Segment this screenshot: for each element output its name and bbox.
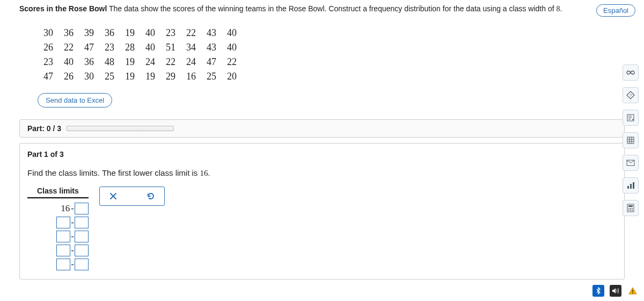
- language-button[interactable]: Español: [596, 4, 635, 17]
- data-cell: 43: [202, 26, 221, 40]
- svg-text:?: ?: [630, 93, 632, 98]
- answer-controls: [99, 187, 165, 206]
- problem-body-a: The data show the scores of the winning …: [107, 4, 556, 13]
- row5-upper-input[interactable]: [75, 259, 89, 270]
- class-limit-row-1: 16 -: [27, 203, 89, 214]
- list-check-icon[interactable]: [623, 110, 639, 126]
- class-limit-row-4: -: [27, 245, 89, 256]
- dash-icon: -: [71, 217, 74, 228]
- data-cell: 29: [161, 70, 180, 83]
- hint-icon[interactable]: ?: [623, 87, 639, 103]
- alert-icon[interactable]: [627, 285, 639, 297]
- part-number-label: Part 1 of 3: [27, 150, 617, 159]
- data-cell: 34: [181, 41, 201, 54]
- svg-rect-5: [630, 184, 632, 189]
- undo-icon: [146, 191, 156, 201]
- svg-point-9: [628, 208, 630, 209]
- reset-button[interactable]: [143, 189, 159, 203]
- data-cell: 40: [59, 55, 78, 69]
- data-cell: 22: [59, 41, 78, 54]
- class-limit-row-3: -: [27, 231, 89, 242]
- class-limits-header: Class limits: [27, 187, 89, 198]
- problem-statement: Scores in the Rose Bowl The data show th…: [19, 3, 586, 15]
- progress-bar: [67, 126, 174, 131]
- dash-icon: -: [71, 203, 74, 214]
- data-cell: 47: [79, 41, 99, 54]
- dash-icon: -: [71, 245, 74, 256]
- infinity-icon[interactable]: [623, 64, 639, 81]
- clear-button[interactable]: [105, 189, 121, 203]
- svg-rect-2: [627, 137, 634, 144]
- data-cell: 22: [181, 26, 201, 40]
- data-cell: 23: [161, 26, 180, 40]
- row1-lower-fixed: 16: [61, 203, 70, 214]
- send-to-excel-button[interactable]: Send data to Excel: [38, 93, 112, 108]
- data-cell: 40: [222, 41, 241, 54]
- data-cell: 23: [39, 55, 58, 69]
- data-cell: 51: [161, 41, 180, 54]
- problem-body-b: .: [560, 4, 562, 13]
- data-cell: 47: [39, 70, 58, 83]
- row3-lower-input[interactable]: [56, 231, 70, 242]
- data-cell: 36: [79, 55, 99, 69]
- part-label: Part:: [27, 124, 45, 133]
- data-cell: 26: [39, 41, 58, 54]
- data-cell: 22: [222, 55, 241, 69]
- data-cell: 23: [100, 41, 119, 54]
- data-cell: 28: [120, 41, 140, 54]
- data-cell: 43: [202, 41, 221, 54]
- instruction-a: Find the class limits. The first lower c…: [27, 168, 200, 177]
- sound-icon[interactable]: [610, 285, 621, 297]
- data-cell: 25: [100, 70, 119, 83]
- row2-lower-input[interactable]: [56, 217, 70, 228]
- first-lower-value: 16: [200, 169, 208, 177]
- data-cell: 36: [59, 26, 78, 40]
- dash-icon: -: [71, 259, 74, 270]
- svg-rect-8: [628, 205, 633, 207]
- calculator-icon[interactable]: [623, 200, 639, 216]
- svg-rect-15: [632, 290, 633, 292]
- row3-upper-input[interactable]: [75, 231, 89, 242]
- row5-lower-input[interactable]: [56, 259, 70, 270]
- part-body: Part 1 of 3 Find the class limits. The f…: [19, 143, 625, 280]
- grid-icon[interactable]: [623, 132, 639, 148]
- data-cell: 40: [141, 26, 160, 40]
- table-row: 30363936194023224340: [39, 26, 241, 40]
- data-cell: 16: [181, 70, 201, 83]
- table-row: 47263025191929162520: [39, 70, 241, 83]
- data-cell: 36: [100, 26, 119, 40]
- svg-point-14: [632, 210, 633, 211]
- data-cell: 30: [79, 70, 99, 83]
- part-progress-header[interactable]: Part: 0 / 3: [19, 119, 625, 138]
- x-icon: [109, 192, 118, 200]
- table-row: 26224723284051344340: [39, 41, 241, 54]
- table-row: 23403648192422244722: [39, 55, 241, 69]
- bluetooth-icon[interactable]: [592, 285, 604, 297]
- bar-chart-icon[interactable]: [623, 177, 639, 194]
- svg-point-13: [630, 210, 631, 211]
- data-cell: 24: [141, 55, 160, 69]
- row2-upper-input[interactable]: [75, 217, 89, 228]
- data-cell: 19: [120, 70, 140, 83]
- data-cell: 47: [202, 55, 221, 69]
- data-cell: 40: [222, 26, 241, 40]
- part-current: 0: [47, 124, 51, 133]
- data-cell: 30: [39, 26, 58, 40]
- side-toolbar: ?: [623, 64, 639, 216]
- data-cell: 19: [141, 70, 160, 83]
- problem-title: Scores in the Rose Bowl: [19, 4, 107, 13]
- data-cell: 19: [120, 26, 140, 40]
- data-cell: 26: [59, 70, 78, 83]
- part-total: 3: [57, 124, 61, 133]
- data-table: 3036393619402322434026224723284051344340…: [38, 25, 243, 84]
- data-cell: 19: [120, 55, 140, 69]
- instruction-b: .: [208, 168, 210, 177]
- row1-upper-input[interactable]: [75, 203, 89, 214]
- class-limit-row-5: -: [27, 259, 89, 270]
- row4-lower-input[interactable]: [56, 245, 70, 256]
- svg-rect-16: [632, 292, 633, 293]
- svg-point-10: [630, 208, 631, 209]
- data-cell: 39: [79, 26, 99, 40]
- row4-upper-input[interactable]: [75, 245, 89, 256]
- mail-icon[interactable]: [623, 155, 639, 171]
